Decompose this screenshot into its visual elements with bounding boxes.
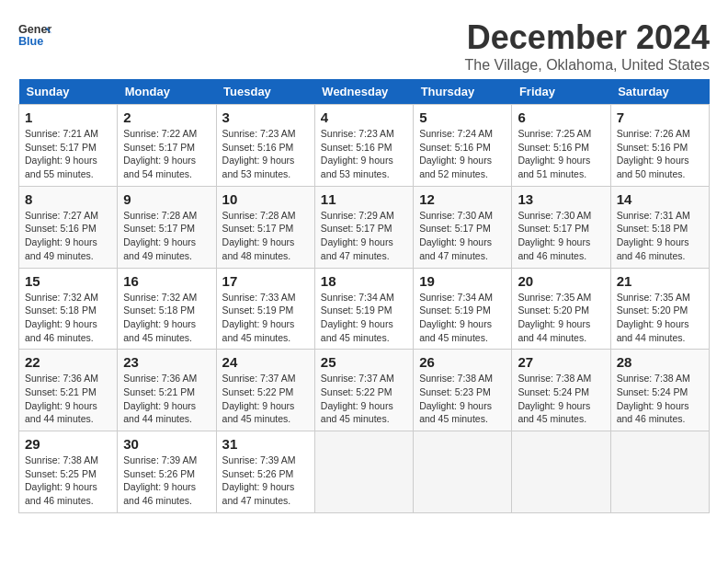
- calendar-cell: 26Sunrise: 7:38 AMSunset: 5:23 PMDayligh…: [414, 350, 512, 431]
- calendar-cell: 7Sunrise: 7:26 AMSunset: 5:16 PMDaylight…: [610, 105, 709, 187]
- day-number: 19: [419, 273, 506, 289]
- day-info: Sunrise: 7:23 AMSunset: 5:16 PMDaylight:…: [321, 127, 407, 181]
- day-info: Sunrise: 7:37 AMSunset: 5:22 PMDaylight:…: [321, 372, 407, 426]
- day-info: Sunrise: 7:24 AMSunset: 5:16 PMDaylight:…: [419, 127, 506, 181]
- calendar-cell: 8Sunrise: 7:27 AMSunset: 5:16 PMDaylight…: [19, 186, 118, 268]
- title-area: December 2024 The Village, Oklahoma, Uni…: [464, 18, 710, 74]
- calendar-cell: 9Sunrise: 7:28 AMSunset: 5:17 PMDaylight…: [118, 186, 216, 268]
- calendar-cell: [512, 431, 610, 513]
- calendar-week-row: 22Sunrise: 7:36 AMSunset: 5:21 PMDayligh…: [19, 350, 710, 431]
- calendar-cell: 21Sunrise: 7:35 AMSunset: 5:20 PMDayligh…: [610, 268, 709, 350]
- day-number: 14: [617, 191, 703, 207]
- day-info: Sunrise: 7:36 AMSunset: 5:21 PMDaylight:…: [25, 372, 111, 426]
- header: General Blue December 2024 The Village, …: [18, 18, 710, 74]
- day-number: 21: [617, 273, 703, 289]
- day-of-week-header: Sunday: [19, 79, 118, 105]
- day-number: 26: [419, 354, 506, 370]
- day-info: Sunrise: 7:22 AMSunset: 5:17 PMDaylight:…: [123, 127, 210, 181]
- day-number: 4: [321, 109, 407, 125]
- day-info: Sunrise: 7:31 AMSunset: 5:18 PMDaylight:…: [617, 209, 703, 263]
- day-number: 16: [123, 273, 210, 289]
- day-info: Sunrise: 7:34 AMSunset: 5:19 PMDaylight:…: [321, 291, 407, 345]
- day-info: Sunrise: 7:39 AMSunset: 5:26 PMDaylight:…: [123, 454, 210, 508]
- calendar-cell: 14Sunrise: 7:31 AMSunset: 5:18 PMDayligh…: [610, 186, 709, 268]
- day-number: 30: [123, 436, 210, 452]
- calendar-cell: 17Sunrise: 7:33 AMSunset: 5:19 PMDayligh…: [216, 268, 314, 350]
- day-of-week-header: Saturday: [610, 79, 709, 105]
- day-number: 27: [518, 354, 604, 370]
- day-number: 15: [25, 273, 111, 289]
- day-info: Sunrise: 7:28 AMSunset: 5:17 PMDaylight:…: [222, 209, 309, 263]
- calendar-cell: 20Sunrise: 7:35 AMSunset: 5:20 PMDayligh…: [512, 268, 610, 350]
- calendar-header-row: SundayMondayTuesdayWednesdayThursdayFrid…: [19, 79, 710, 105]
- day-info: Sunrise: 7:36 AMSunset: 5:21 PMDaylight:…: [123, 372, 210, 426]
- day-info: Sunrise: 7:25 AMSunset: 5:16 PMDaylight:…: [518, 127, 604, 181]
- day-info: Sunrise: 7:30 AMSunset: 5:17 PMDaylight:…: [419, 209, 506, 263]
- calendar-cell: 13Sunrise: 7:30 AMSunset: 5:17 PMDayligh…: [512, 186, 610, 268]
- calendar-cell: [610, 431, 709, 513]
- calendar-cell: 3Sunrise: 7:23 AMSunset: 5:16 PMDaylight…: [216, 105, 314, 187]
- calendar-cell: [314, 431, 413, 513]
- day-of-week-header: Tuesday: [216, 79, 314, 105]
- day-number: 1: [25, 109, 111, 125]
- svg-text:Blue: Blue: [18, 35, 43, 48]
- calendar-title: December 2024: [464, 18, 710, 57]
- calendar-cell: 5Sunrise: 7:24 AMSunset: 5:16 PMDaylight…: [414, 105, 512, 187]
- day-number: 20: [518, 273, 604, 289]
- calendar-cell: 27Sunrise: 7:38 AMSunset: 5:24 PMDayligh…: [512, 350, 610, 431]
- day-of-week-header: Wednesday: [314, 79, 413, 105]
- calendar-table: SundayMondayTuesdayWednesdayThursdayFrid…: [18, 79, 710, 513]
- calendar-cell: 4Sunrise: 7:23 AMSunset: 5:16 PMDaylight…: [314, 105, 413, 187]
- day-number: 23: [123, 354, 210, 370]
- day-info: Sunrise: 7:38 AMSunset: 5:24 PMDaylight:…: [617, 372, 703, 426]
- day-number: 5: [419, 109, 506, 125]
- day-info: Sunrise: 7:38 AMSunset: 5:24 PMDaylight:…: [518, 372, 604, 426]
- calendar-cell: 24Sunrise: 7:37 AMSunset: 5:22 PMDayligh…: [216, 350, 314, 431]
- logo-icon: General Blue: [18, 18, 51, 52]
- calendar-cell: 2Sunrise: 7:22 AMSunset: 5:17 PMDaylight…: [118, 105, 216, 187]
- day-number: 10: [222, 191, 309, 207]
- day-of-week-header: Friday: [512, 79, 610, 105]
- calendar-cell: 30Sunrise: 7:39 AMSunset: 5:26 PMDayligh…: [118, 431, 216, 513]
- calendar-cell: 6Sunrise: 7:25 AMSunset: 5:16 PMDaylight…: [512, 105, 610, 187]
- day-of-week-header: Monday: [118, 79, 216, 105]
- day-number: 28: [617, 354, 703, 370]
- calendar-cell: 23Sunrise: 7:36 AMSunset: 5:21 PMDayligh…: [118, 350, 216, 431]
- day-info: Sunrise: 7:37 AMSunset: 5:22 PMDaylight:…: [222, 372, 309, 426]
- day-info: Sunrise: 7:30 AMSunset: 5:17 PMDaylight:…: [518, 209, 604, 263]
- day-number: 24: [222, 354, 309, 370]
- calendar-cell: 10Sunrise: 7:28 AMSunset: 5:17 PMDayligh…: [216, 186, 314, 268]
- day-number: 7: [617, 109, 703, 125]
- day-info: Sunrise: 7:39 AMSunset: 5:26 PMDaylight:…: [222, 454, 309, 508]
- day-number: 29: [25, 436, 111, 452]
- calendar-body: 1Sunrise: 7:21 AMSunset: 5:17 PMDaylight…: [19, 105, 710, 513]
- calendar-week-row: 1Sunrise: 7:21 AMSunset: 5:17 PMDaylight…: [19, 105, 710, 187]
- day-number: 31: [222, 436, 309, 452]
- calendar-cell: 1Sunrise: 7:21 AMSunset: 5:17 PMDaylight…: [19, 105, 118, 187]
- day-info: Sunrise: 7:23 AMSunset: 5:16 PMDaylight:…: [222, 127, 309, 181]
- day-number: 22: [25, 354, 111, 370]
- calendar-cell: 22Sunrise: 7:36 AMSunset: 5:21 PMDayligh…: [19, 350, 118, 431]
- calendar-week-row: 29Sunrise: 7:38 AMSunset: 5:25 PMDayligh…: [19, 431, 710, 513]
- calendar-subtitle: The Village, Oklahoma, United States: [464, 57, 710, 74]
- calendar-cell: 29Sunrise: 7:38 AMSunset: 5:25 PMDayligh…: [19, 431, 118, 513]
- day-info: Sunrise: 7:29 AMSunset: 5:17 PMDaylight:…: [321, 209, 407, 263]
- day-info: Sunrise: 7:28 AMSunset: 5:17 PMDaylight:…: [123, 209, 210, 263]
- calendar-cell: 12Sunrise: 7:30 AMSunset: 5:17 PMDayligh…: [414, 186, 512, 268]
- day-number: 13: [518, 191, 604, 207]
- calendar-cell: 28Sunrise: 7:38 AMSunset: 5:24 PMDayligh…: [610, 350, 709, 431]
- day-info: Sunrise: 7:35 AMSunset: 5:20 PMDaylight:…: [617, 291, 703, 345]
- day-number: 11: [321, 191, 407, 207]
- day-number: 8: [25, 191, 111, 207]
- calendar-cell: 25Sunrise: 7:37 AMSunset: 5:22 PMDayligh…: [314, 350, 413, 431]
- day-number: 12: [419, 191, 506, 207]
- day-number: 6: [518, 109, 604, 125]
- day-info: Sunrise: 7:32 AMSunset: 5:18 PMDaylight:…: [123, 291, 210, 345]
- day-info: Sunrise: 7:38 AMSunset: 5:23 PMDaylight:…: [419, 372, 506, 426]
- day-number: 3: [222, 109, 309, 125]
- calendar-week-row: 8Sunrise: 7:27 AMSunset: 5:16 PMDaylight…: [19, 186, 710, 268]
- calendar-week-row: 15Sunrise: 7:32 AMSunset: 5:18 PMDayligh…: [19, 268, 710, 350]
- day-info: Sunrise: 7:21 AMSunset: 5:17 PMDaylight:…: [25, 127, 111, 181]
- day-number: 25: [321, 354, 407, 370]
- day-info: Sunrise: 7:33 AMSunset: 5:19 PMDaylight:…: [222, 291, 309, 345]
